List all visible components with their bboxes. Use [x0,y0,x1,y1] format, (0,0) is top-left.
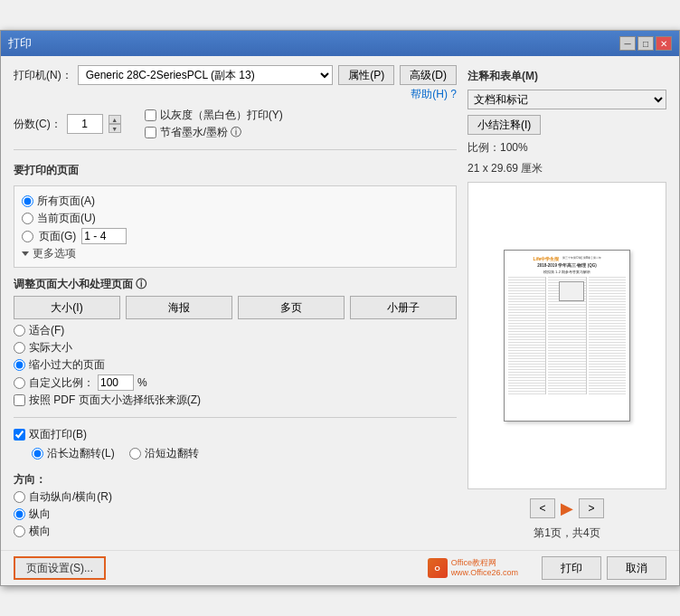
more-options-arrow [22,251,29,256]
dialog-title: 打印 [8,35,32,52]
multiple-button[interactable]: 多页 [238,296,345,319]
page-range-row: 页面(G) [22,228,449,244]
right-panel: 注释和表单(M) 文档和标记 小结注释(I) 比例：100% 21 x 29.6… [468,65,666,541]
prev-page-button[interactable]: < [530,498,555,518]
annotation-title: 注释和表单(M) [468,69,666,84]
orientation-section: 方向： 自动纵向/横向(R) 纵向 横向 [14,469,457,541]
short-edge-row: 沿短边翻转 [129,446,199,461]
scale-unit: % [137,376,147,389]
copies-row: 份数(C)： ▲ ▼ 以灰度（黑白色）打印(Y) 节省墨水/墨粉 ⓘ [14,108,457,140]
size-text: 21 x 29.69 厘米 [468,161,666,176]
current-page-radio[interactable] [22,213,33,224]
poster-button[interactable]: 海报 [126,296,232,319]
help-link[interactable]: 帮助(H) ? [411,87,457,102]
scale-input[interactable] [98,374,134,391]
ok-cancel-row: O Office教程网 www.Office26.com 打印 取消 [428,556,666,580]
shrink-row: 缩小过大的页面 [14,357,457,373]
fit-page-radio[interactable] [14,325,25,336]
short-edge-label: 沿短边翻转 [145,446,199,461]
copies-input[interactable] [67,114,103,134]
custom-scale-row: 自定义比例： % [14,374,457,391]
printer-label: 打印机(N)： [14,68,72,83]
properties-button[interactable]: 属性(P) [338,65,394,85]
pages-section: 所有页面(A) 当前页面(U) 页面(G) 更多选项 [14,185,457,268]
summary-button[interactable]: 小结注释(I) [468,115,541,135]
preview-subtitle: 模拟第 1-2 期参考答案与解析 [508,270,626,274]
short-edge-radio[interactable] [129,448,141,460]
landscape-radio[interactable] [14,526,25,537]
landscape-label: 横向 [29,524,51,539]
printer-row: 打印机(N)： Generic 28C-2SeriesPCL (副本 13) 属… [14,65,457,85]
bottom-bar: 页面设置(S)... O Office教程网 www.Office26.com … [1,550,679,585]
save-ink-row: 节省墨水/墨粉 ⓘ [145,125,283,140]
auto-orient-radio[interactable] [14,491,25,503]
watermark: Office教程网 www.Office26.com [451,558,518,578]
close-button[interactable]: ✕ [656,36,672,51]
nav-row: < ▶ > [468,498,666,518]
portrait-label: 纵向 [29,507,51,522]
copies-down[interactable]: ▼ [109,124,121,133]
actual-size-row: 实际大小 [14,340,457,355]
office-logo: O [428,558,448,578]
adjust-section-title: 调整页面大小和处理页面 ⓘ [14,277,457,292]
grayscale-checkbox[interactable] [145,109,156,121]
page-range-input[interactable] [81,228,127,244]
save-ink-label: 节省墨水/墨粉 ⓘ [160,125,242,140]
maximize-button[interactable]: □ [638,36,654,51]
annotation-select[interactable]: 文档和标记 [468,90,666,109]
print-dialog: 打印 ─ □ ✕ 打印机(N)： Generic 28C-2SeriesPCL … [0,30,680,586]
booklet-button[interactable]: 小册子 [350,296,457,319]
dialog-body: 打印机(N)： Generic 28C-2SeriesPCL (副本 13) 属… [1,56,679,550]
more-options-row[interactable]: 更多选项 [22,246,449,261]
preview-content: Life中学生报 第三十年第O期 | 第B期 | 第二年 2018-2019 学… [505,251,629,421]
auto-orient-label: 自动纵向/横向(R) [29,489,112,505]
left-panel: 打印机(N)： Generic 28C-2SeriesPCL (副本 13) 属… [14,65,457,541]
preview-title: 2018-2019 学年高三·物理 (QG) [508,263,626,269]
all-pages-row: 所有页面(A) [22,194,449,209]
page-info: 第1页，共4页 [534,526,600,539]
ratio-text: 比例：100% [468,140,666,156]
long-edge-row: 沿长边翻转(L) [32,446,115,461]
actual-size-label: 实际大小 [29,340,72,355]
duplex-checkbox[interactable] [14,429,25,441]
custom-scale-radio[interactable] [14,377,25,389]
duplex-row: 双面打印(B) [14,427,457,442]
grayscale-row: 以灰度（黑白色）打印(Y) [145,108,283,123]
size-button[interactable]: 大小(I) [14,296,120,319]
portrait-row: 纵向 [14,507,457,522]
minimize-button[interactable]: ─ [619,36,636,51]
preview-box: Life中学生报 第三十年第O期 | 第B期 | 第二年 2018-2019 学… [468,182,666,489]
more-options-label: 更多选项 [33,246,76,261]
current-page-row: 当前页面(U) [22,211,449,226]
portrait-radio[interactable] [14,508,25,520]
fit-page-row: 适合(F) [14,323,457,338]
grayscale-label: 以灰度（黑白色）打印(Y) [160,108,283,123]
annotation-section: 注释和表单(M) 文档和标记 小结注释(I) [468,65,666,135]
advanced-button[interactable]: 高级(D) [400,65,457,85]
page-range-radio[interactable] [22,231,33,242]
duplex-label: 双面打印(B) [29,427,87,442]
orientation-title: 方向： [14,472,457,488]
current-page-label: 当前页面(U) [37,211,96,226]
pdf-page-size-row: 按照 PDF 页面大小选择纸张来源(Z) [14,393,457,408]
printer-select[interactable]: Generic 28C-2SeriesPCL (副本 13) [78,65,334,85]
page-range-label: 页面(G) [39,229,76,244]
all-pages-label: 所有页面(A) [37,194,95,209]
auto-orient-row: 自动纵向/横向(R) [14,489,457,505]
copies-label: 份数(C)： [14,117,61,132]
long-edge-radio[interactable] [32,448,43,460]
actual-size-radio[interactable] [14,342,25,354]
pages-section-title: 要打印的页面 [14,163,457,178]
save-ink-checkbox[interactable] [145,127,156,138]
pdf-page-size-checkbox[interactable] [14,394,25,406]
cancel-button[interactable]: 取消 [607,556,666,580]
shrink-radio[interactable] [14,359,25,371]
title-bar: 打印 ─ □ ✕ [1,31,679,56]
copies-spinner: ▲ ▼ [109,115,121,133]
print-button[interactable]: 打印 [542,556,601,580]
page-setup-button[interactable]: 页面设置(S)... [14,556,106,580]
next-page-button[interactable]: > [579,498,604,518]
all-pages-radio[interactable] [22,195,33,207]
copies-up[interactable]: ▲ [109,115,121,124]
custom-scale-label: 自定义比例： [29,375,94,391]
